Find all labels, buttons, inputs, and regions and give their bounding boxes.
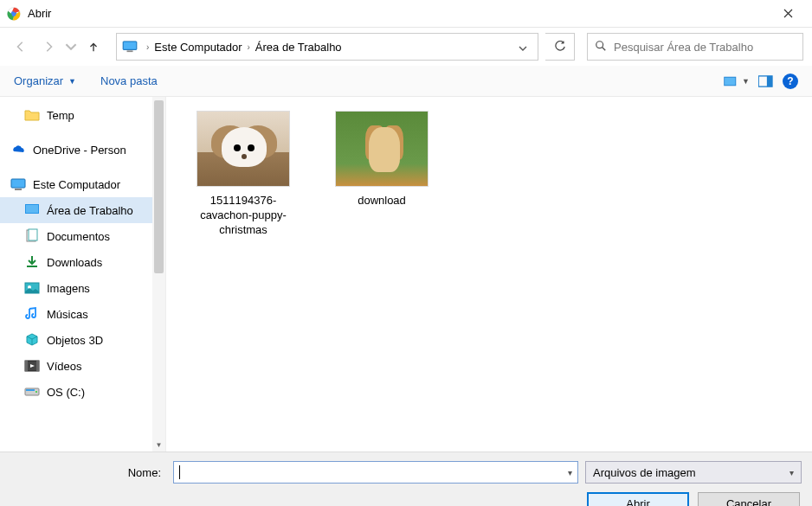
svg-rect-13: [26, 205, 38, 213]
sidebar-item-music[interactable]: Músicas: [0, 301, 165, 327]
chevron-right-icon: ›: [141, 42, 154, 52]
scrollbar-thumb[interactable]: [154, 100, 164, 273]
sidebar-item-3dobjects[interactable]: Objetos 3D: [0, 327, 165, 353]
chevron-down-icon: ▾: [789, 468, 794, 477]
chrome-icon: [7, 7, 21, 21]
navigation-row: › Este Computador › Área de Trabalho Pes…: [0, 28, 812, 66]
chevron-down-icon: ▼: [68, 77, 76, 86]
filename-label: Nome:: [10, 466, 166, 479]
view-options-button[interactable]: ▼: [724, 75, 750, 87]
videos-icon: [24, 358, 40, 374]
sidebar-item-desktop[interactable]: Área de Trabalho: [0, 197, 165, 223]
sidebar-item-drive-c[interactable]: OS (C:): [0, 379, 165, 405]
sidebar-item-onedrive[interactable]: OneDrive - Person: [0, 137, 165, 163]
sidebar-item-documents[interactable]: Documentos: [0, 223, 165, 249]
new-folder-button[interactable]: Nova pasta: [100, 74, 158, 87]
images-icon: [24, 280, 40, 296]
cancel-button[interactable]: Cancelar: [698, 492, 800, 506]
folder-icon: [24, 107, 40, 123]
breadcrumb-segment[interactable]: Área de Trabalho: [255, 41, 342, 54]
toolbar: Organizar ▼ Nova pasta ▼ ?: [0, 66, 812, 97]
svg-rect-11: [15, 189, 22, 190]
music-icon: [24, 306, 40, 322]
objects3d-icon: [24, 332, 40, 348]
search-input[interactable]: Pesquisar Área de Trabalho: [587, 33, 803, 61]
recent-locations-button[interactable]: [64, 35, 78, 59]
window-title: Abrir: [28, 7, 770, 20]
onedrive-icon: [10, 142, 26, 157]
file-thumbnail: [335, 111, 429, 187]
help-button[interactable]: ?: [783, 74, 798, 89]
search-icon: [595, 40, 607, 54]
sidebar-item-downloads[interactable]: Downloads: [0, 249, 165, 275]
main-area: Temp OneDrive - Person Este Computador Á…: [0, 97, 812, 452]
svg-rect-23: [26, 389, 35, 391]
sidebar-item-computer[interactable]: Este Computador: [0, 171, 165, 197]
svg-rect-21: [36, 361, 39, 371]
file-thumbnail: [197, 111, 290, 187]
computer-icon: [122, 41, 138, 53]
filename-input[interactable]: ▾: [173, 461, 578, 484]
bottom-panel: Nome: ▾ Arquivos de imagem ▾ Abrir Cance…: [0, 452, 812, 506]
up-button[interactable]: [81, 35, 106, 59]
svg-point-24: [35, 391, 37, 393]
chevron-down-icon: ▼: [742, 77, 750, 86]
svg-rect-9: [767, 75, 772, 86]
back-button[interactable]: [9, 35, 33, 59]
open-button[interactable]: Abrir: [587, 492, 689, 506]
chevron-down-icon[interactable]: ▾: [568, 468, 572, 477]
sidebar: Temp OneDrive - Person Este Computador Á…: [0, 97, 166, 452]
file-item[interactable]: 1511194376-cavachon-puppy-christmas: [187, 111, 300, 238]
chevron-right-icon: ›: [242, 42, 255, 52]
titlebar: Abrir: [0, 0, 812, 28]
file-item[interactable]: download: [325, 111, 438, 208]
breadcrumb[interactable]: › Este Computador › Área de Trabalho: [116, 33, 538, 61]
forward-button[interactable]: [36, 35, 61, 59]
file-name: 1511194376-cavachon-puppy-christmas: [187, 194, 300, 238]
preview-pane-button[interactable]: [758, 75, 774, 87]
refresh-button[interactable]: [545, 33, 575, 61]
sidebar-item-videos[interactable]: Vídeos: [0, 353, 165, 379]
documents-icon: [24, 228, 40, 244]
svg-rect-16: [27, 266, 37, 267]
downloads-icon: [24, 254, 40, 270]
svg-rect-7: [725, 77, 735, 85]
search-placeholder: Pesquisar Área de Trabalho: [614, 41, 753, 54]
svg-rect-4: [127, 50, 133, 52]
disk-icon: [24, 384, 40, 400]
svg-rect-3: [124, 42, 136, 49]
svg-point-5: [596, 41, 603, 48]
organize-menu[interactable]: Organizar ▼: [14, 74, 76, 87]
sidebar-item-images[interactable]: Imagens: [0, 275, 165, 301]
close-button[interactable]: [770, 0, 805, 28]
computer-icon: [10, 176, 26, 192]
svg-rect-15: [29, 229, 37, 240]
svg-rect-20: [25, 361, 28, 371]
file-list: 1511194376-cavachon-puppy-christmas down…: [166, 97, 812, 452]
sidebar-scrollbar[interactable]: ▲ ▼: [152, 97, 165, 452]
filetype-filter[interactable]: Arquivos de imagem ▾: [585, 461, 802, 484]
file-name: download: [325, 194, 438, 208]
scroll-down-icon[interactable]: ▼: [152, 439, 165, 452]
sidebar-item-temp[interactable]: Temp: [0, 102, 165, 128]
breadcrumb-segment[interactable]: Este Computador: [154, 41, 242, 54]
desktop-icon: [24, 202, 40, 218]
svg-rect-10: [11, 179, 25, 188]
breadcrumb-dropdown[interactable]: [513, 41, 532, 54]
